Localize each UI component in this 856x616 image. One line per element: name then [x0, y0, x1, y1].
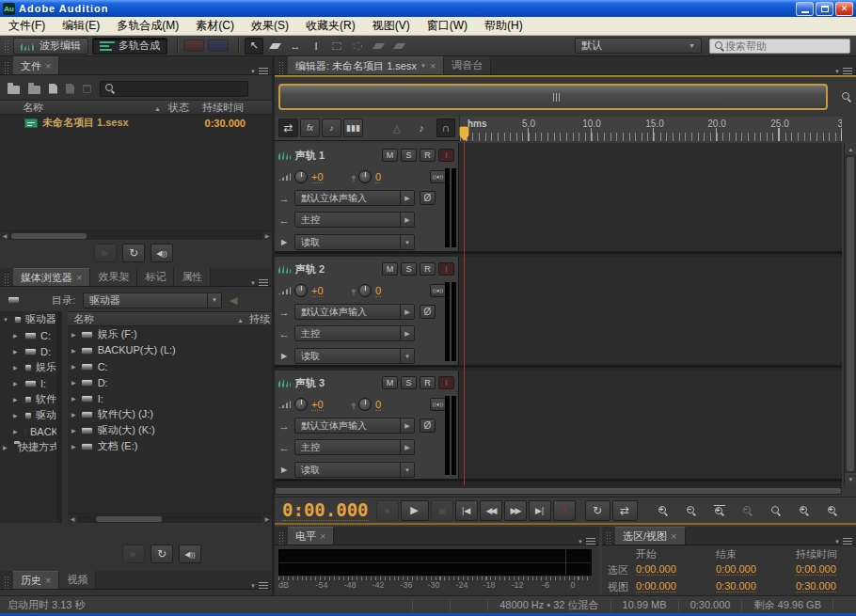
automation-mode-dropdown[interactable]: 读取: [294, 462, 415, 478]
record-indicator-icon[interactable]: [412, 118, 431, 137]
pan-value[interactable]: 0: [375, 285, 381, 297]
zoom-selection-button[interactable]: +: [848, 500, 856, 521]
pause-button[interactable]: [431, 500, 453, 521]
close-icon[interactable]: [45, 60, 51, 71]
time-selection-tool-button[interactable]: I: [307, 38, 325, 55]
track-output-dropdown[interactable]: 主控: [294, 212, 415, 228]
close-icon[interactable]: [320, 530, 325, 542]
panel-menu-button[interactable]: [834, 68, 856, 74]
solo-button[interactable]: S: [401, 376, 417, 389]
waveform-view-button[interactable]: [183, 39, 204, 52]
col-status[interactable]: 状态: [168, 101, 189, 115]
close-icon[interactable]: [671, 530, 676, 542]
drive-row[interactable]: ▶BACKUP(大) (L:): [68, 342, 272, 358]
open-file-icon[interactable]: [8, 86, 20, 94]
drive-row[interactable]: ▶D:: [68, 374, 272, 390]
trash-icon[interactable]: [83, 85, 91, 93]
close-button[interactable]: ✕: [835, 2, 853, 16]
file-row[interactable]: 未命名项目 1.sesx 0:30.000: [0, 115, 272, 131]
panel-menu-button[interactable]: [250, 582, 272, 589]
lasso-tool-button[interactable]: [348, 38, 367, 55]
arm-record-button[interactable]: R: [420, 149, 436, 162]
loop-preview-button[interactable]: [122, 244, 145, 262]
files-search-box[interactable]: [100, 81, 248, 97]
volume-value[interactable]: +0: [311, 285, 324, 297]
menu-view[interactable]: 视图(V): [364, 16, 419, 36]
panel-menu-button[interactable]: [578, 538, 599, 545]
drive-row[interactable]: ▶娱乐 (F:): [68, 326, 272, 342]
tab-markers[interactable]: 标记: [137, 268, 174, 286]
move-tool-button[interactable]: ↖: [245, 38, 263, 55]
menu-effects[interactable]: 效果(S): [243, 16, 297, 36]
drive-row[interactable]: ▶C:: [68, 358, 272, 374]
scroll-left-icon[interactable]: ◀: [68, 514, 77, 524]
tree-item[interactable]: ▶I:: [0, 375, 56, 391]
monitor-input-button[interactable]: I: [438, 376, 454, 389]
waveform-editor-button[interactable]: 波形编辑: [13, 38, 88, 55]
chevron-down-icon[interactable]: [420, 63, 426, 69]
skip-to-end-button[interactable]: [529, 500, 551, 521]
help-search-box[interactable]: [709, 39, 850, 54]
time-display[interactable]: 0:00.000: [282, 499, 369, 521]
arm-record-button[interactable]: R: [420, 262, 436, 276]
pan-knob[interactable]: [358, 398, 372, 411]
tab-selection-view[interactable]: 选区/视图: [615, 527, 686, 545]
snap-magnet-icon[interactable]: [436, 118, 455, 137]
tree-item-shortcuts[interactable]: ▶快捷方式: [0, 439, 56, 455]
media-type-icon[interactable]: [8, 296, 20, 304]
view-end[interactable]: 0:30.000: [716, 580, 756, 592]
skip-to-start-button[interactable]: [455, 500, 478, 521]
panel-menu-button[interactable]: [250, 279, 272, 286]
minimize-button[interactable]: [796, 2, 814, 16]
tab-mixer[interactable]: 调音台: [444, 56, 491, 74]
phase-button[interactable]: Ø: [420, 305, 436, 319]
automation-mode-dropdown[interactable]: 读取: [294, 234, 415, 250]
insert-into-multitrack-icon[interactable]: [66, 84, 74, 94]
razor-tool-button[interactable]: [265, 38, 284, 55]
zoom-out-point-button[interactable]: +: [820, 500, 845, 521]
drive-row[interactable]: ▶软件(大) (J:): [68, 406, 272, 422]
selection-end[interactable]: 0:00.000: [716, 563, 756, 576]
menu-file[interactable]: 文件(F): [0, 16, 54, 36]
col-name[interactable]: 名称: [23, 101, 43, 115]
zoom-in-button[interactable]: +: [651, 500, 675, 521]
input-monitor-icon[interactable]: ((●)): [430, 284, 446, 297]
scroll-left-icon[interactable]: ◀: [0, 231, 9, 241]
track-row[interactable]: 声轨 3 M S R I +0 ‹|› 0: [275, 371, 842, 482]
drive-row[interactable]: ▶驱动(大) (K:): [68, 422, 272, 438]
slip-tool-button[interactable]: ↔: [286, 38, 305, 55]
track-name[interactable]: 声轨 1: [295, 149, 325, 163]
tree-item[interactable]: ▶BACKUP: [0, 423, 56, 439]
menu-edit[interactable]: 编辑(E): [54, 16, 108, 36]
tab-files[interactable]: 文件: [13, 56, 59, 74]
menu-multitrack[interactable]: 多轨合成(M): [108, 16, 187, 36]
close-icon[interactable]: [45, 575, 51, 586]
tab-effects-rack[interactable]: 效果架: [90, 268, 137, 286]
input-monitor-icon[interactable]: ((●)): [430, 170, 446, 183]
volume-knob[interactable]: [294, 170, 308, 183]
monitor-input-button[interactable]: I: [438, 262, 454, 276]
rewind-button[interactable]: [480, 500, 502, 521]
solo-button[interactable]: S: [401, 149, 417, 162]
multitrack-button[interactable]: 多轨合成: [92, 38, 167, 55]
preview-play-button[interactable]: [122, 545, 145, 563]
collapse-icon[interactable]: ▶: [278, 352, 290, 360]
files-hscrollbar[interactable]: ◀ ▶: [0, 230, 272, 240]
volume-value[interactable]: +0: [311, 399, 324, 411]
auto-play-button[interactable]: [179, 545, 201, 563]
zoom-in-amplitude-button[interactable]: +: [707, 500, 732, 521]
tree-item-root[interactable]: ▼驱动器: [0, 311, 56, 327]
pan-knob[interactable]: [358, 170, 372, 183]
pan-value[interactable]: 0: [375, 399, 381, 411]
back-arrow-icon[interactable]: ◀: [230, 294, 237, 307]
view-duration[interactable]: 0:30.000: [796, 580, 836, 592]
track-output-dropdown[interactable]: 主控: [294, 439, 415, 455]
loop-preview-button[interactable]: [151, 545, 173, 563]
tracks-vscrollbar[interactable]: ▲ ▼: [844, 143, 856, 485]
view-start[interactable]: 0:00.000: [636, 580, 676, 592]
zoom-reset-button[interactable]: [764, 500, 788, 521]
tab-editor[interactable]: 编辑器: 未命名项目 1.sesx: [288, 56, 444, 74]
panel-menu-button[interactable]: [834, 538, 856, 545]
scroll-up-icon[interactable]: ▲: [845, 143, 856, 155]
tree-item[interactable]: ▶C:: [0, 327, 56, 343]
